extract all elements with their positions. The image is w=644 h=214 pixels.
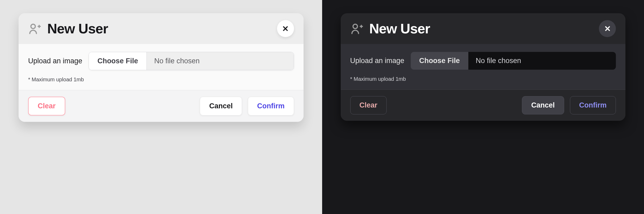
dialog-header: New User ✕ xyxy=(19,13,304,44)
file-input[interactable]: Choose File No file chosen xyxy=(89,52,294,70)
close-icon: ✕ xyxy=(282,24,289,33)
confirm-button[interactable]: Confirm xyxy=(570,96,616,114)
upload-hint: * Maximum upload 1mb xyxy=(350,76,616,82)
file-input[interactable]: Choose File No file chosen xyxy=(411,52,616,70)
clear-button[interactable]: Clear xyxy=(350,96,387,114)
svg-point-3 xyxy=(353,24,357,29)
dialog-title: New User xyxy=(369,21,593,37)
footer-spacer xyxy=(392,96,516,114)
upload-hint: * Maximum upload 1mb xyxy=(28,77,294,83)
svg-point-0 xyxy=(31,24,35,29)
user-plus-icon xyxy=(350,22,364,35)
upload-label: Upload an image xyxy=(350,57,404,65)
choose-file-button[interactable]: Choose File xyxy=(89,52,147,70)
dark-theme-panel: New User ✕ Upload an image Choose File N… xyxy=(322,0,644,214)
dialog-body: Upload an image Choose File No file chos… xyxy=(341,44,626,90)
dialog-header: New User ✕ xyxy=(341,13,626,44)
dialog-title: New User xyxy=(47,21,271,37)
new-user-dialog: New User ✕ Upload an image Choose File N… xyxy=(19,13,304,122)
confirm-button[interactable]: Confirm xyxy=(248,97,294,115)
cancel-button[interactable]: Cancel xyxy=(522,96,564,114)
footer-spacer xyxy=(71,97,194,115)
file-status-text: No file chosen xyxy=(147,52,293,70)
user-plus-icon xyxy=(28,22,41,35)
cancel-button[interactable]: Cancel xyxy=(200,97,242,115)
dialog-footer: Clear Cancel Confirm xyxy=(19,90,304,122)
close-button[interactable]: ✕ xyxy=(277,20,294,37)
close-icon: ✕ xyxy=(604,24,611,33)
choose-file-button[interactable]: Choose File xyxy=(411,52,468,70)
light-theme-panel: New User ✕ Upload an image Choose File N… xyxy=(0,0,322,214)
upload-label: Upload an image xyxy=(28,57,82,65)
new-user-dialog: New User ✕ Upload an image Choose File N… xyxy=(341,13,626,121)
upload-row: Upload an image Choose File No file chos… xyxy=(350,52,616,70)
upload-row: Upload an image Choose File No file chos… xyxy=(28,52,294,70)
close-button[interactable]: ✕ xyxy=(599,20,616,37)
dialog-body: Upload an image Choose File No file chos… xyxy=(19,44,304,90)
file-status-text: No file chosen xyxy=(468,52,616,70)
dialog-footer: Clear Cancel Confirm xyxy=(341,90,626,121)
clear-button[interactable]: Clear xyxy=(28,97,65,115)
